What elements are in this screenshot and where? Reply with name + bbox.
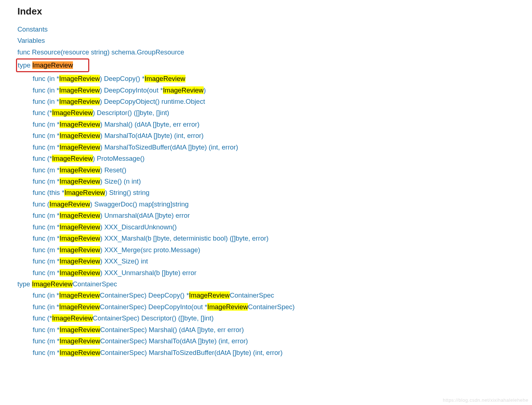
method-prefix: func (in *	[33, 291, 59, 299]
imagereview-highlight: ImageReview	[59, 86, 100, 94]
imagereview-highlight: ImageReview	[60, 223, 100, 231]
method-link[interactable]: func (this *ImageReview) String() string	[33, 189, 150, 196]
method-mid: ContainerSpec) DeepCopyInto(out *	[100, 303, 207, 311]
method-prefix: func (m *	[33, 120, 60, 128]
method-link[interactable]: func (m *ImageReviewContainerSpec) Marsh…	[33, 337, 248, 345]
index-link[interactable]: Constants	[17, 25, 48, 33]
imagereview-highlight: ImageReview	[60, 120, 100, 128]
method-link[interactable]: func (m *ImageReviewContainerSpec) Marsh…	[33, 326, 244, 334]
imagereview-methods-list: func (in *ImageReview) DeepCopy() *Image…	[17, 73, 525, 278]
method-link[interactable]: func (m *ImageReview) XXX_DiscardUnknown…	[33, 223, 177, 231]
method-link[interactable]: func (*ImageReview) Descriptor() ([]byte…	[33, 109, 169, 116]
imagereview-highlight: ImageReview	[32, 280, 73, 288]
method-link[interactable]: func (m *ImageReview) Reset()	[33, 166, 126, 174]
method-suffix: ) String() string	[105, 189, 149, 196]
imagereview-highlight: ImageReview	[60, 177, 100, 185]
index-link-row: Variables	[17, 35, 525, 46]
method-suffix: ) SwaggerDoc() map[string]string	[90, 200, 188, 208]
method-tail: )	[204, 86, 206, 94]
method-tail: ContainerSpec)	[248, 303, 295, 311]
method-row: func (m *ImageReviewContainerSpec) Marsh…	[33, 324, 525, 335]
imagereview-highlight: ImageReview	[60, 246, 100, 254]
method-link[interactable]: func (*ImageReview) ProtoMessage()	[33, 155, 144, 162]
method-suffix: ) Unmarshal(dAtA []byte) error	[100, 212, 190, 219]
index-link[interactable]: func Resource(resource string) schema.Gr…	[17, 48, 184, 56]
method-link[interactable]: func (in *ImageReview) DeepCopyObject() …	[33, 98, 205, 105]
method-link[interactable]: func (in *ImageReviewContainerSpec) Deep…	[33, 291, 274, 299]
method-row: func (m *ImageReview) XXX_Merge(src prot…	[33, 244, 525, 255]
imagereview-highlight: ImageReview	[59, 291, 100, 299]
method-suffix: ) MarshalToSizedBuffer(dAtA []byte) (int…	[100, 143, 238, 151]
method-suffix: ) Marshal() (dAtA []byte, err error)	[100, 120, 199, 128]
method-row: func (m *ImageReview) Size() (n int)	[33, 176, 525, 187]
containerspec-methods-list: func (in *ImageReviewContainerSpec) Deep…	[17, 290, 525, 358]
method-prefix: func (*	[33, 314, 52, 322]
method-prefix: func (m *	[33, 246, 60, 254]
method-link[interactable]: func (m *ImageReview) XXX_Merge(src prot…	[33, 246, 200, 254]
imagereview-highlight: ImageReview	[60, 326, 100, 334]
imagereview-highlight: ImageReview	[60, 257, 100, 265]
method-suffix: ) ProtoMessage()	[93, 155, 145, 162]
method-row: func (m *ImageReview) Reset()	[33, 164, 525, 176]
method-link[interactable]: func (m *ImageReview) MarshalToSizedBuff…	[33, 143, 238, 151]
method-link[interactable]: func (m *ImageReviewContainerSpec) Marsh…	[33, 349, 283, 356]
method-link[interactable]: func (m *ImageReview) XXX_Marshal(b []by…	[33, 234, 269, 242]
method-row: func (in *ImageReviewContainerSpec) Deep…	[33, 301, 525, 312]
method-suffix: ) XXX_Marshal(b []byte, deterministic bo…	[100, 234, 269, 242]
method-link[interactable]: func (*ImageReviewContainerSpec) Descrip…	[33, 314, 214, 322]
method-mid: ContainerSpec) MarshalToSizedBuffer(dAtA…	[100, 349, 282, 356]
top-links-list: ConstantsVariablesfunc Resource(resource…	[17, 24, 525, 58]
method-row: func (m *ImageReview) XXX_Marshal(b []by…	[33, 233, 525, 244]
method-prefix: func (m *	[33, 337, 60, 345]
type-prefix: type	[18, 61, 32, 69]
method-prefix: func (this *	[33, 189, 64, 196]
method-suffix: ) DeepCopyObject() runtime.Object	[100, 98, 205, 105]
imagereview-highlight: ImageReview	[59, 75, 100, 82]
method-prefix: func (in *	[33, 75, 59, 82]
method-link[interactable]: func (m *ImageReview) MarshalTo(dAtA []b…	[33, 132, 204, 139]
index-link[interactable]: Variables	[17, 37, 45, 44]
method-link[interactable]: func (in *ImageReview) DeepCopyInto(out …	[33, 86, 206, 94]
method-row: func (*ImageReview) ProtoMessage()	[33, 153, 525, 164]
method-link[interactable]: func (m *ImageReview) Size() (n int)	[33, 177, 141, 185]
imagereview-highlight: ImageReview	[60, 269, 100, 277]
type-containerspec-link[interactable]: type ImageReviewContainerSpec	[17, 280, 117, 288]
method-link[interactable]: func (m *ImageReview) XXX_Unmarshal(b []…	[33, 269, 196, 277]
imagereview-highlight: ImageReview	[59, 98, 100, 105]
imagereview-highlight: ImageReview	[60, 166, 100, 174]
method-row: func (in *ImageReview) DeepCopyInto(out …	[33, 85, 525, 96]
method-prefix: func (m *	[33, 132, 60, 139]
method-link[interactable]: func (m *ImageReview) XXX_Size() int	[33, 257, 148, 265]
method-prefix: func (m *	[33, 166, 60, 174]
imagereview-highlight: ImageReview	[59, 303, 100, 311]
method-link[interactable]: func (in *ImageReview) DeepCopy() *Image…	[33, 75, 185, 82]
method-prefix: func (m *	[33, 212, 60, 219]
method-row: func (m *ImageReviewContainerSpec) Marsh…	[33, 347, 525, 358]
method-link[interactable]: func (in *ImageReviewContainerSpec) Deep…	[33, 303, 295, 311]
method-prefix: func (m *	[33, 234, 60, 242]
method-link[interactable]: func (m *ImageReview) Marshal() (dAtA []…	[33, 120, 200, 128]
method-row: func (m *ImageReview) MarshalTo(dAtA []b…	[33, 130, 525, 141]
imagereview-highlight: ImageReview	[163, 86, 204, 94]
method-prefix: func (in *	[33, 86, 59, 94]
method-link[interactable]: func (m *ImageReview) Unmarshal(dAtA []b…	[33, 212, 190, 219]
type-imagereview-link[interactable]: type ImageReview	[18, 61, 73, 69]
method-prefix: func (m *	[33, 349, 60, 356]
method-row: func (in *ImageReview) DeepCopyObject() …	[33, 96, 525, 107]
imagereview-highlight: ImageReview	[52, 314, 93, 322]
imagereview-highlight: ImageReview	[60, 234, 100, 242]
index-link-row: Constants	[17, 24, 525, 35]
method-link[interactable]: func (ImageReview) SwaggerDoc() map[stri…	[33, 200, 189, 208]
method-prefix: func (	[33, 200, 49, 208]
type-suffix: ContainerSpec	[73, 280, 117, 288]
index-page: Index ConstantsVariablesfunc Resource(re…	[0, 0, 525, 358]
method-row: func (ImageReview) SwaggerDoc() map[stri…	[33, 199, 525, 210]
imagereview-highlight: ImageReview	[189, 291, 230, 299]
method-suffix: ) MarshalTo(dAtA []byte) (int, error)	[100, 132, 204, 139]
method-prefix: func (m *	[33, 326, 60, 334]
type-prefix: type	[17, 280, 32, 288]
page-title: Index	[17, 6, 525, 17]
imagereview-highlight: ImageReview	[49, 200, 90, 208]
method-tail: ContainerSpec	[230, 291, 274, 299]
imagereview-highlight: ImageReview	[60, 349, 100, 356]
